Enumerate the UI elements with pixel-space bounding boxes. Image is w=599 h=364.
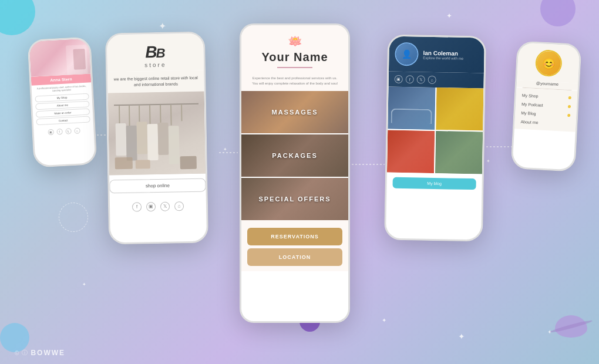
bg-decoration: [540, 0, 576, 26]
village-overlay: [387, 130, 435, 173]
bg-decoration: [0, 323, 29, 352]
location-button[interactable]: LOCATION: [247, 248, 342, 266]
garment: [137, 122, 148, 154]
link-label: About me: [520, 120, 538, 125]
phone5-links: My Shop My Podcast My Blog About me: [514, 87, 578, 132]
garment: [158, 122, 169, 154]
twitter-icon[interactable]: 𝕏: [417, 75, 425, 83]
service-offers-label: SPECIAL OFFERS: [241, 178, 348, 220]
phone3-description: Experience the best and professional ser…: [241, 76, 348, 91]
phone1-figure-detail: [73, 49, 86, 70]
grid-item-venice: [388, 87, 435, 130]
phone1-hero: [29, 38, 91, 76]
avatar-face-icon: 😊: [541, 56, 555, 70]
shelf-item: [136, 160, 150, 168]
garment: [116, 123, 127, 156]
bridge-arch: [391, 109, 432, 124]
lotus-icon: 🪷: [247, 34, 342, 48]
phone1-name: Anna Stern: [31, 76, 91, 83]
sparkle-icon: ✦: [159, 21, 166, 32]
phone4-mockup: 👤 Ian Coleman Explore the world with me …: [384, 35, 486, 242]
service-packages-label: PACKAGES: [241, 134, 348, 177]
grid-item-village: [387, 130, 435, 173]
phone4-header: 👤 Ian Coleman Explore the world with me: [389, 36, 484, 73]
link-dot: [568, 96, 571, 99]
facebook-icon[interactable]: f: [406, 75, 414, 83]
phone2-store-image: [108, 91, 206, 175]
phone4-photo-grid: [387, 87, 484, 174]
phone2-logo: B B: [116, 42, 195, 62]
service-offers: SPECIAL OFFERS: [241, 178, 348, 220]
phone2-brand-name: store: [116, 61, 195, 69]
dashed-circle: [59, 203, 88, 232]
sparkle-icon: ✦: [223, 147, 227, 152]
grid-item-explorer: [435, 131, 483, 174]
link-label: My Podcast: [521, 102, 543, 107]
link-dot: [567, 114, 570, 117]
phone4-subtitle: Explore the world with me: [423, 56, 478, 60]
link-dot: [568, 105, 571, 108]
house-icon[interactable]: ⌂: [428, 76, 436, 84]
phone2-mockup: B B store we are the biggest online reta…: [105, 32, 208, 245]
phone1-btn-contact[interactable]: Contact: [36, 116, 90, 126]
phone1-mockup: Anna Stern A professional pastry chef, a…: [27, 36, 97, 167]
twitter-icon[interactable]: 𝕏: [65, 129, 72, 135]
phone5-avatar-img: 😊: [536, 50, 561, 76]
sparkle-icon: ✦: [486, 159, 490, 164]
phone4-avatar: 👤: [395, 42, 419, 66]
reservations-button[interactable]: RESERVATIONS: [247, 228, 342, 245]
service-massages: MASSAGES: [241, 91, 348, 133]
twitter-icon[interactable]: 𝕏: [160, 201, 170, 211]
bg-decoration: [0, 0, 35, 35]
link-label: My Shop: [522, 93, 539, 98]
phone5-avatar: 😊: [534, 49, 562, 77]
garment: [126, 125, 137, 160]
my-blog-button[interactable]: My blog: [392, 177, 476, 190]
link-label: My Blog: [521, 111, 536, 116]
explorer-overlay: [435, 131, 483, 174]
phone3-header: 🪷 Your Name: [241, 25, 348, 76]
phone1-buttons: My Shop About me Make an order Contact: [32, 92, 93, 128]
grid-item-bus: [436, 87, 483, 130]
phone3-title: Your Name: [247, 50, 342, 64]
instagram-icon[interactable]: ▣: [48, 129, 54, 136]
sparkle-icon: ✦: [458, 332, 465, 341]
instagram-icon[interactable]: ▣: [395, 75, 403, 83]
house-icon[interactable]: ⌂: [174, 201, 184, 211]
phone3-divider: [277, 67, 312, 68]
bowwe-brand-text: BOWWE: [31, 349, 65, 357]
phone2-social: f ▣ 𝕏 ⌂: [110, 196, 207, 217]
phone5-header: 😊: [517, 42, 580, 83]
instagram-icon[interactable]: ▣: [146, 202, 156, 211]
phone4-avatar-img: 👤: [396, 43, 418, 65]
sparkle-icon: ✦: [446, 12, 452, 20]
phone3-buttons: RESERVATIONS LOCATION: [241, 220, 348, 271]
sparkle-icon: ✦: [82, 282, 86, 287]
shop-online-button[interactable]: shop online: [109, 178, 206, 193]
phone3-mockup: 🪷 Your Name Experience the best and prof…: [240, 23, 350, 323]
phone2-tagline: we are the biggest online retail store w…: [107, 70, 204, 93]
facebook-icon[interactable]: f: [56, 129, 63, 135]
service-packages: PACKAGES: [241, 134, 348, 177]
service-massages-label: MASSAGES: [241, 91, 348, 133]
garment: [147, 124, 159, 160]
avatar-person-icon: 👤: [402, 49, 412, 59]
phone2-cta: shop online: [109, 178, 206, 193]
phone4-social: ▣ f 𝕏 ⌂: [389, 72, 484, 89]
house-icon[interactable]: ⌂: [74, 128, 80, 134]
planet-decoration: [555, 315, 587, 338]
phone5-mockup: 😊 @yourname My Shop My Podcast My Blog A…: [510, 41, 581, 171]
bus-overlay: [436, 87, 483, 130]
phone2-logo-b2: B: [156, 46, 165, 61]
facebook-icon[interactable]: f: [132, 202, 142, 211]
creative-commons-icon: ⓘ: [22, 349, 28, 357]
sparkle-icon: ✦: [382, 317, 386, 323]
copyright-icon: ©: [15, 350, 19, 356]
bowwe-logo: © ⓘ BOWWE: [15, 349, 65, 357]
phone4-info: Ian Coleman Explore the world with me: [423, 49, 478, 60]
phone2-logo-section: B B store: [107, 33, 204, 72]
garment: [169, 126, 180, 164]
shelf-item: [180, 156, 197, 168]
phone1-social: ▣ f 𝕏 ⌂: [33, 125, 94, 139]
sparkle-icon: ✦: [547, 329, 552, 335]
